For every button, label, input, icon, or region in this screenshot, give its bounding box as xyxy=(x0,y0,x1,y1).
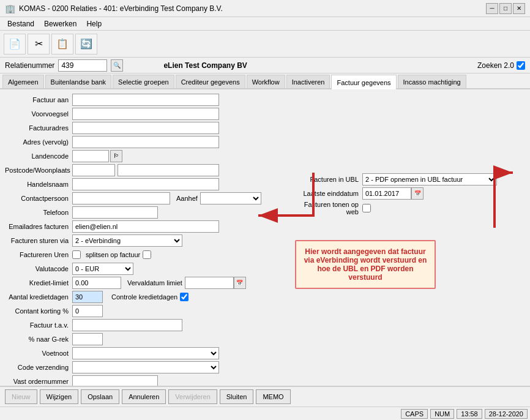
facturen-sturen-label: Facturen sturen via xyxy=(5,237,72,244)
bottombar: Nieuw Wijzigen Opslaan Annuleren Verwijd… xyxy=(0,386,530,407)
laatste-einddatum-input[interactable] xyxy=(362,187,411,200)
handelsnaam-label: Handelsnaam xyxy=(5,181,72,188)
vervaldatum-icon[interactable]: 📅 xyxy=(234,277,246,289)
memo-button[interactable]: MEMO xyxy=(256,389,290,404)
company-name: eLien Test Company BV xyxy=(163,61,247,70)
refresh-button[interactable]: 🔄 xyxy=(75,34,97,54)
sluiten-button[interactable]: Sluiten xyxy=(220,389,254,404)
aantal-input[interactable] xyxy=(72,291,103,303)
vervaldatum-input[interactable] xyxy=(185,277,234,289)
contant-input[interactable] xyxy=(72,305,103,317)
contactpersoon-input[interactable] xyxy=(72,192,170,204)
factuur-tav-row: Factuur t.a.v. xyxy=(5,318,286,331)
woonplaats-input[interactable] xyxy=(118,164,219,176)
close-button[interactable]: ✕ xyxy=(513,3,525,14)
status-date: 28-12-2020 xyxy=(485,409,528,419)
factuuradres-input[interactable] xyxy=(72,122,219,134)
annotation-area: Hier wordt aangegeven dat factuur via eV… xyxy=(295,240,513,289)
menu-bestand[interactable]: Bestand xyxy=(2,18,39,29)
tab-inactiveren[interactable]: Inactiveren xyxy=(286,75,330,88)
handelsnaam-input[interactable] xyxy=(72,178,219,190)
tab-bar: Algemeen Buitenlandse bank Selectie groe… xyxy=(0,73,530,89)
postcode-input[interactable] xyxy=(72,164,115,176)
contactpersoon-label: Contactpersoon xyxy=(5,195,72,202)
splitsen-checkbox[interactable] xyxy=(143,250,151,259)
landencode-icon[interactable]: 🏳 xyxy=(110,150,122,162)
tab-buitenlandse-bank[interactable]: Buitenlandse bank xyxy=(45,75,112,88)
relatienummer-search-icon[interactable]: 🔍 xyxy=(111,59,123,72)
vervaldatum-label: Vervaldatum limiet xyxy=(127,279,185,287)
verwijderen-button[interactable]: Verwijderen xyxy=(168,389,217,404)
opslaan-button[interactable]: Opslaan xyxy=(81,389,119,404)
code-verzending-select[interactable] xyxy=(72,361,219,373)
valutacode-label: Valutacode xyxy=(5,265,72,272)
paste-button[interactable]: 📋 xyxy=(51,34,73,54)
zoeken-checkbox[interactable] xyxy=(517,61,525,70)
titlebar: 🏢 KOMAS - 0200 Relaties - 401: eVerbindi… xyxy=(0,0,530,17)
facturen-web-checkbox[interactable] xyxy=(362,204,371,212)
status-num: NUM xyxy=(430,409,454,419)
valutacode-select[interactable]: 0 - EUR xyxy=(72,263,133,275)
wijzigen-button[interactable]: Wijzigen xyxy=(40,389,79,404)
valutacode-row: Valutacode 0 - EUR xyxy=(5,262,286,275)
factuuradres-label: Factuuradres xyxy=(5,124,72,132)
status-time: 13:58 xyxy=(457,409,482,419)
relation-bar: Relatienummer 🔍 eLien Test Company BV Zo… xyxy=(0,58,530,73)
telefoon-input[interactable] xyxy=(72,206,158,219)
statusbar: CAPS NUM 13:58 28-12-2020 xyxy=(0,407,530,420)
landencode-input[interactable] xyxy=(72,150,109,162)
code-verzending-row: Code verzending xyxy=(5,361,286,373)
factuuradres-row: Factuuradres xyxy=(5,121,286,134)
krediet-row: Krediet-limiet Vervaldatum limiet 📅 xyxy=(5,276,286,289)
greek-input[interactable] xyxy=(72,333,103,345)
adres-vervolg-row: Adres (vervolg) xyxy=(5,135,286,148)
nieuw-button[interactable]: Nieuw xyxy=(5,389,37,404)
contant-label: Contant korting % xyxy=(5,307,72,315)
factuur-aan-label: Factuur aan xyxy=(5,96,72,103)
contactpersoon-row: Contactpersoon Aanhef xyxy=(5,192,286,204)
left-arrow-svg xyxy=(246,167,319,264)
emailadres-input[interactable] xyxy=(72,220,219,233)
relatienummer-input[interactable] xyxy=(58,59,107,72)
handelsnaam-row: Handelsnaam xyxy=(5,178,286,190)
annotation-text: Hier wordt aangegeven dat factuur via eV… xyxy=(304,247,427,282)
tab-workflow[interactable]: Workflow xyxy=(247,75,285,88)
controle-checkbox[interactable] xyxy=(180,293,188,301)
voorvoegsel-input[interactable] xyxy=(72,108,219,120)
minimize-button[interactable]: ─ xyxy=(486,3,498,14)
aanhef-label: Aanhef xyxy=(176,195,200,202)
greek-row: % naar G-rek xyxy=(5,332,286,345)
annuleren-button[interactable]: Annuleren xyxy=(122,389,166,404)
right-arrow-svg xyxy=(476,160,525,234)
aantal-row: Aantal kredietdagen Controle kredietdage… xyxy=(5,290,286,303)
postcode-row: Postcode/Woonplaats xyxy=(5,163,286,176)
vast-ordernummer-row: Vast ordernummer xyxy=(5,375,286,386)
cut-button[interactable]: ✂ xyxy=(28,34,50,54)
tab-algemeen[interactable]: Algemeen xyxy=(2,75,44,88)
maximize-button[interactable]: □ xyxy=(499,3,512,14)
tab-selectie-groepen[interactable]: Selectie groepen xyxy=(113,75,174,88)
tab-incasso-machtiging[interactable]: Incasso machtiging xyxy=(398,75,466,88)
code-verzending-label: Code verzending xyxy=(5,364,72,371)
factureren-uren-row: Factureren Uren splitsen op factuur xyxy=(5,248,286,261)
relatienummer-label: Relatienummer xyxy=(5,61,54,70)
voorvoegsel-row: Voorvoegsel xyxy=(5,107,286,120)
splitsen-label: splitsen op factuur xyxy=(86,251,143,258)
adres-vervolg-input[interactable] xyxy=(72,136,219,148)
factuur-tav-label: Factuur t.a.v. xyxy=(5,321,72,329)
factureren-uren-checkbox[interactable] xyxy=(72,250,81,259)
menu-bewerken[interactable]: Bewerken xyxy=(39,18,81,29)
einddatum-calendar-icon[interactable]: 📅 xyxy=(411,187,424,200)
voetnoot-select[interactable] xyxy=(72,347,219,359)
vast-ordernummer-input[interactable] xyxy=(72,375,158,386)
factuur-tav-input[interactable] xyxy=(72,319,182,331)
titlebar-title: KOMAS - 0200 Relaties - 401: eVerbinding… xyxy=(19,4,223,13)
new-doc-button[interactable]: 📄 xyxy=(4,34,26,54)
contant-row: Contant korting % xyxy=(5,304,286,317)
factuur-aan-input[interactable] xyxy=(72,94,219,106)
facturen-sturen-select[interactable]: 2 - eVerbinding xyxy=(72,234,182,247)
tab-crediteur-gegevens[interactable]: Crediteur gegevens xyxy=(176,75,245,88)
tab-factuur-gegevens[interactable]: Factuur gegevens xyxy=(331,75,396,89)
menu-help[interactable]: Help xyxy=(81,18,106,29)
krediet-input[interactable] xyxy=(72,277,121,289)
